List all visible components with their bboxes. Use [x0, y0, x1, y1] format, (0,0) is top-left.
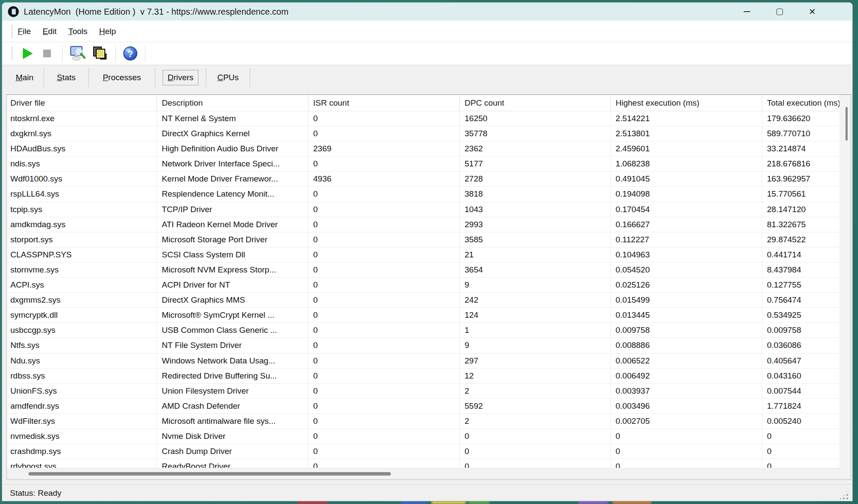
cell-driver-file: crashdmp.sys	[7, 444, 157, 459]
cell-driver-file: rdbss.sys	[7, 369, 157, 383]
table-row[interactable]: dxgkrnl.sys DirectX Graphics Kernel 0 35…	[7, 126, 839, 141]
stop-icon	[43, 50, 51, 57]
table-row[interactable]: CLASSPNP.SYS SCSI Class System Dll 0 21 …	[7, 247, 839, 263]
table-row[interactable]: rdbss.sys Redirected Drive Buffering Su.…	[7, 369, 839, 384]
toolbar-gripper[interactable]	[12, 47, 13, 60]
cell-dpc-count: 2993	[459, 217, 610, 232]
cell-highest-execution: 0.015499	[610, 293, 762, 307]
tab-drivers[interactable]: Drivers	[155, 68, 206, 87]
table-row[interactable]: amdfendr.sys AMD Crash Defender 0 5592 0…	[7, 399, 839, 414]
table-row[interactable]: rdyboost.sys ReadyBoost Driver 0 0 0 0	[7, 459, 839, 468]
cell-total-execution: 81.322675	[762, 217, 839, 232]
table-row[interactable]: storport.sys Microsoft Storage Port Driv…	[7, 232, 839, 247]
table-row[interactable]: symcryptk.dll Microsoft® SymCrypt Kernel…	[7, 308, 839, 323]
table-row[interactable]: stornvme.sys Microsoft NVM Express Storp…	[7, 263, 839, 278]
tab-stats[interactable]: Stats	[44, 68, 88, 87]
column-header-dpc-count[interactable]: DPC count	[459, 95, 610, 111]
resize-grip[interactable]	[839, 490, 850, 500]
cell-driver-file: HDAudBus.sys	[7, 141, 157, 156]
table-row[interactable]: ACPI.sys ACPI Driver for NT 0 9 0.025126…	[7, 278, 839, 293]
cell-dpc-count: 2	[459, 384, 610, 398]
table-row[interactable]: ndis.sys Network Driver Interface Speci.…	[7, 157, 839, 172]
cell-isr-count: 0	[308, 217, 459, 232]
help-button[interactable]: ?	[123, 44, 138, 63]
tab-cpus[interactable]: CPUs	[206, 68, 250, 87]
table-row[interactable]: usbccgp.sys USB Common Class Generic ...…	[7, 323, 839, 338]
cell-total-execution: 29.874522	[762, 232, 839, 247]
cell-isr-count: 0	[308, 369, 459, 383]
table-row[interactable]: tcpip.sys TCP/IP Driver 0 1043 0.170454 …	[7, 202, 839, 217]
cell-isr-count: 0	[308, 293, 459, 307]
column-header-driver-file[interactable]: Driver file	[7, 95, 157, 111]
table-row[interactable]: UnionFS.sys Union Filesystem Driver 0 2 …	[7, 384, 839, 399]
horizontal-scrollbar[interactable]	[7, 468, 839, 479]
cell-highest-execution: 0.008886	[610, 338, 762, 353]
copy-report-button[interactable]	[92, 44, 108, 63]
cell-dpc-count: 3654	[459, 263, 610, 277]
column-header-isr-count[interactable]: ISR count	[308, 95, 459, 111]
table-row[interactable]: ntoskrnl.exe NT Kernel & System 0 16250 …	[7, 111, 839, 126]
close-button[interactable]: ✕	[796, 3, 829, 21]
tab-processes[interactable]: Processes	[89, 68, 155, 87]
cell-driver-file: dxgkrnl.sys	[7, 126, 157, 141]
titlebar[interactable]: LatencyMon (Home Edition ) v 7.31 - http…	[2, 3, 852, 21]
menu-help[interactable]: Help	[99, 27, 116, 36]
close-icon: ✕	[809, 7, 816, 16]
cell-total-execution: 0	[762, 459, 839, 468]
stop-monitor-button[interactable]	[43, 44, 51, 63]
cell-driver-file: ndis.sys	[7, 157, 157, 171]
minimize-button[interactable]	[730, 3, 763, 21]
cell-driver-file: rdyboost.sys	[7, 459, 157, 468]
table-row[interactable]: rspLLL64.sys Resplendence Latency Monit.…	[7, 187, 839, 202]
vertical-scrollbar[interactable]	[839, 95, 851, 468]
cell-isr-count: 0	[308, 323, 459, 338]
cell-dpc-count: 2728	[459, 172, 610, 186]
maximize-button[interactable]	[763, 3, 796, 21]
cell-total-execution: 0.043160	[762, 369, 839, 383]
cell-driver-file: Ntfs.sys	[7, 338, 157, 353]
column-header-description[interactable]: Description	[157, 95, 308, 111]
cell-highest-execution: 0.025126	[610, 278, 762, 292]
window-controls: ✕	[730, 3, 829, 21]
vertical-scrollbar-thumb[interactable]	[845, 107, 848, 141]
cell-highest-execution: 2.513801	[610, 126, 762, 141]
tab-main[interactable]: Main	[6, 68, 44, 87]
horizontal-scrollbar-thumb[interactable]	[28, 472, 391, 476]
table-row[interactable]: Ndu.sys Windows Network Data Usag... 0 2…	[7, 354, 839, 369]
cell-description: NT Kernel & System	[157, 111, 308, 126]
cell-highest-execution: 0.194098	[610, 187, 762, 201]
table-row[interactable]: WdFilter.sys Microsoft antimalware file …	[7, 414, 839, 429]
cell-total-execution: 0.005240	[762, 414, 839, 429]
cell-highest-execution: 0.112227	[610, 232, 762, 247]
column-header-total-execution[interactable]: Total execution (ms)	[762, 95, 839, 111]
app-icon	[8, 6, 19, 17]
screenshot-report-button[interactable]	[69, 44, 86, 63]
menu-tools[interactable]: Tools	[68, 27, 87, 36]
table-row[interactable]: HDAudBus.sys High Definition Audio Bus D…	[7, 141, 839, 157]
cell-total-execution: 0.007544	[762, 384, 839, 398]
table-row[interactable]: crashdmp.sys Crash Dump Driver 0 0 0 0	[7, 444, 839, 459]
menu-edit[interactable]: Edit	[43, 27, 57, 36]
table-row[interactable]: amdkmdag.sys ATI Radeon Kernel Mode Driv…	[7, 217, 839, 232]
table-row[interactable]: nvmedisk.sys Nvme Disk Driver 0 0 0 0	[7, 429, 839, 444]
cell-driver-file: Ndu.sys	[7, 354, 157, 368]
cell-highest-execution: 0.491045	[610, 172, 762, 186]
cell-dpc-count: 3585	[459, 232, 610, 247]
cell-isr-count: 0	[308, 187, 459, 201]
cell-driver-file: CLASSPNP.SYS	[7, 247, 157, 262]
app-window: LatencyMon (Home Edition ) v 7.31 - http…	[2, 2, 853, 501]
table-row[interactable]: dxgmms2.sys DirectX Graphics MMS 0 242 0…	[7, 293, 839, 308]
menu-file[interactable]: File	[18, 27, 31, 36]
start-monitor-button[interactable]	[20, 44, 33, 63]
cell-dpc-count: 242	[459, 293, 610, 307]
table-row[interactable]: Ntfs.sys NT File System Driver 0 9 0.008…	[7, 338, 839, 353]
column-header-highest-execution[interactable]: Highest execution (ms)	[610, 95, 762, 111]
cell-highest-execution: 1.068238	[610, 157, 762, 171]
cell-dpc-count: 35778	[459, 126, 610, 141]
menubar-gripper[interactable]	[12, 25, 13, 38]
driver-table-body: ntoskrnl.exe NT Kernel & System 0 16250 …	[7, 111, 839, 468]
cell-total-execution: 0.405647	[762, 354, 839, 368]
table-row[interactable]: Wdf01000.sys Kernel Mode Driver Framewor…	[7, 172, 839, 187]
cell-description: Microsoft antimalware file sys...	[157, 414, 308, 429]
cell-total-execution: 33.214874	[762, 141, 839, 156]
